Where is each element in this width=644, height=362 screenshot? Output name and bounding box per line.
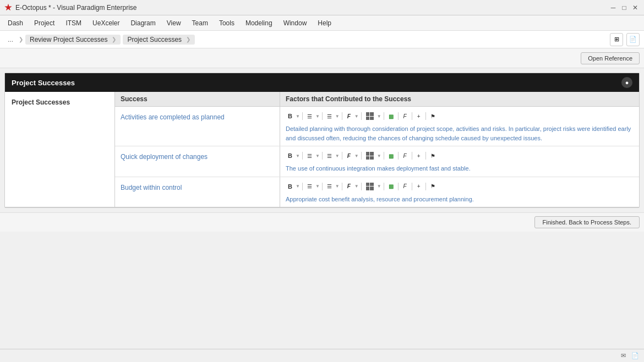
status-page-icon: 📄	[631, 352, 640, 360]
toolbar-area: Open Reference	[0, 48, 644, 68]
minimize-button[interactable]: ─	[609, 3, 618, 12]
maximize-button[interactable]: □	[620, 3, 629, 12]
section-header: Project Successes ●	[5, 73, 639, 92]
rt-sep-3a	[302, 183, 303, 190]
table-row: Activities are completed as planned B▼ ☰…	[115, 107, 639, 146]
status-email-icon: ✉	[619, 352, 627, 360]
rt-list-btn-2[interactable]: ☰	[325, 151, 334, 160]
rt-font-btn-1[interactable]: F	[345, 112, 353, 120]
rt-sep-1b	[322, 112, 323, 120]
rt-sep-2a	[302, 152, 303, 160]
breadcrumb-arrow-1: ❯	[19, 36, 23, 42]
main-content: Project Successes ● Project Successes Su…	[4, 73, 640, 208]
left-label-panel: Project Successes	[5, 92, 115, 207]
rt-align-btn-3a[interactable]: ☰	[305, 182, 314, 191]
rt-sep-2c	[342, 152, 342, 160]
table-grid-icon-3	[366, 183, 374, 190]
close-button[interactable]: ✕	[631, 3, 640, 12]
success-link-2[interactable]: Quick deployment of changes	[121, 153, 208, 161]
menu-item-project[interactable]: Project	[29, 17, 60, 29]
open-reference-button[interactable]: Open Reference	[581, 52, 640, 64]
rt-toolbar-3: B▼ ☰▼ ☰▼ F▼ ▼ ▩	[286, 180, 634, 193]
breadcrumb-grid-icon-button[interactable]: ⊞	[610, 33, 623, 46]
factor-text-2: The use of continuous integration makes …	[286, 164, 634, 173]
rt-color-btn-2[interactable]: ▩	[386, 151, 396, 160]
breadcrumb-label-review: Review Project Successes	[30, 36, 107, 43]
menu-item-view[interactable]: View	[161, 17, 187, 29]
rt-add-btn-3[interactable]: +	[414, 182, 423, 191]
menu-item-tools[interactable]: Tools	[214, 17, 240, 29]
factor-text-1: Detailed planning with thorough consider…	[286, 124, 634, 142]
success-link-3[interactable]: Budget within control	[121, 184, 182, 191]
rt-sep-3e	[384, 183, 384, 190]
rt-table-btn-3[interactable]	[364, 182, 376, 191]
rt-list-btn-3[interactable]: ☰	[325, 182, 334, 191]
rt-sep-1a	[302, 112, 303, 120]
rt-color-btn-3[interactable]: ▩	[386, 182, 396, 191]
rt-formula-btn-3[interactable]: F	[401, 182, 410, 191]
rt-list-btn-1[interactable]: ☰	[325, 112, 334, 120]
menu-item-help[interactable]: Help	[312, 17, 337, 29]
breadcrumb-label-successes: Project Successes	[127, 36, 182, 43]
status-bar: ✉ 📄	[0, 349, 644, 362]
title-bar-left: E-Octopus * - Visual Paradigm Enterprise	[4, 4, 137, 12]
rt-add-btn-1[interactable]: +	[414, 112, 423, 120]
col-header-success: Success	[115, 92, 280, 106]
rt-sep-3b	[322, 183, 323, 190]
rt-sep-1c	[342, 112, 342, 120]
rt-table-btn-1[interactable]	[364, 112, 376, 120]
rt-font-btn-2[interactable]: F	[345, 151, 353, 160]
menu-item-uexceler[interactable]: UeXceler	[87, 17, 125, 29]
td-factors-3: B▼ ☰▼ ☰▼ F▼ ▼ ▩	[280, 177, 639, 207]
menu-item-window[interactable]: Window	[278, 17, 313, 29]
rt-font-btn-3[interactable]: F	[345, 182, 353, 191]
rt-table-btn-2[interactable]	[364, 151, 376, 160]
rt-sep-2e	[384, 152, 384, 160]
rt-sep-1h	[425, 112, 426, 120]
menu-item-itsm[interactable]: ITSM	[60, 17, 87, 29]
menu-item-diagram[interactable]: Diagram	[125, 17, 161, 29]
td-success-2: Quick deployment of changes	[115, 146, 280, 177]
rt-toolbar-2: B▼ ☰▼ ☰▼ F▼ ▼ ▩	[286, 150, 634, 162]
rt-bold-btn-2[interactable]: B	[286, 151, 294, 160]
td-factors-2: B▼ ☰▼ ☰▼ F▼ ▼ ▩	[280, 146, 639, 177]
rt-bold-btn-1[interactable]: B	[286, 112, 294, 120]
menu-item-modeling[interactable]: Modeling	[240, 17, 278, 29]
rt-align-btn-2a[interactable]: ☰	[305, 151, 314, 160]
section-title: Project Successes	[12, 79, 75, 87]
breadcrumb-item-review[interactable]: Review Project Successes ❯	[25, 35, 121, 45]
rt-sep-1g	[412, 112, 412, 120]
rt-sep-2h	[425, 152, 426, 160]
success-link-1[interactable]: Activities are completed as planned	[121, 113, 225, 121]
breadcrumb-item-successes[interactable]: Project Successes ❯	[123, 35, 195, 45]
rt-flag-btn-3[interactable]: ⚑	[428, 182, 438, 191]
table-grid-icon-1	[366, 112, 374, 120]
rt-formula-btn-2[interactable]: F	[401, 151, 410, 160]
breadcrumb-dots[interactable]: ...	[4, 35, 17, 45]
rt-align-btn-1a[interactable]: ☰	[305, 112, 314, 120]
app-icon	[4, 4, 12, 12]
rt-sep-2b	[322, 152, 323, 160]
rt-flag-btn-2[interactable]: ⚑	[428, 151, 438, 160]
rt-flag-btn-1[interactable]: ⚑	[428, 112, 438, 120]
rt-formula-btn-1[interactable]: F	[401, 112, 410, 120]
breadcrumb-page-icon-button[interactable]: 📄	[626, 33, 640, 46]
rt-sep-3c	[342, 183, 342, 190]
td-factors-1: B▼ ☰▼ ☰▼ F▼ ▼ ▩	[280, 107, 639, 146]
rt-add-btn-2[interactable]: +	[414, 151, 423, 160]
menu-item-team[interactable]: Team	[187, 17, 214, 29]
footer-bar: Finished. Back to Process Steps.	[0, 212, 644, 232]
title-bar: E-Octopus * - Visual Paradigm Enterprise…	[0, 0, 644, 15]
breadcrumb-chevron-2: ❯	[186, 36, 190, 42]
td-success-3: Budget within control	[115, 177, 280, 207]
rt-color-btn-1[interactable]: ▩	[386, 112, 396, 120]
rt-sep-1d	[361, 112, 362, 120]
finished-button[interactable]: Finished. Back to Process Steps.	[534, 216, 640, 228]
breadcrumb-chevron-1: ❯	[112, 36, 116, 42]
rt-sep-3f	[398, 183, 399, 190]
section-toggle-button[interactable]: ●	[621, 77, 632, 88]
table-row: Budget within control B▼ ☰▼ ☰▼ F▼	[115, 177, 639, 207]
rt-bold-btn-3[interactable]: B	[286, 182, 294, 191]
factor-text-3: Appropriate cost benefit analysis, resou…	[286, 195, 634, 204]
menu-item-dash[interactable]: Dash	[2, 17, 29, 29]
